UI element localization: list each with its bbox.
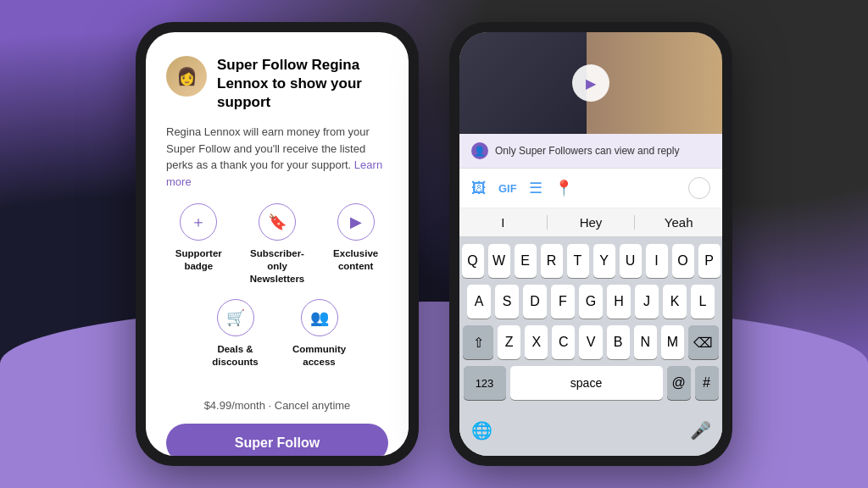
num-key[interactable]: 123: [464, 366, 506, 400]
compose-toolbar: 🖼 GIF ☰ 📍: [459, 169, 722, 208]
key-z[interactable]: Z: [498, 325, 520, 359]
key-o[interactable]: O: [672, 244, 694, 278]
deals-icon: 🛒: [217, 299, 254, 336]
key-row-2: A S D F G H J K L: [463, 285, 719, 319]
super-follow-button[interactable]: Super Follow: [166, 424, 388, 456]
avatar: 👩: [166, 56, 207, 97]
key-a[interactable]: A: [467, 285, 491, 319]
perk-exclusive: ▶ Exclusive content: [323, 203, 388, 286]
price-text: $4.99/month · Cancel anytime: [166, 399, 388, 412]
left-phone-screen: 👩 Super Follow Regina Lennox to show you…: [146, 32, 409, 456]
key-w[interactable]: W: [488, 244, 510, 278]
super-follow-title: Super Follow Regina Lennox to show your …: [217, 56, 388, 112]
delete-key[interactable]: ⌫: [688, 325, 719, 359]
keyboard-area: I Hey Yeah Q W E R T Y U: [459, 208, 722, 456]
community-icon: 👥: [301, 299, 338, 336]
perk-label-newsletters: Subscriber-only Newsletters: [245, 247, 310, 286]
video-area: ▶: [459, 32, 722, 134]
header-row: 👩 Super Follow Regina Lennox to show you…: [166, 56, 388, 112]
key-m[interactable]: M: [661, 325, 684, 359]
super-followers-text: Only Super Followers can view and reply: [495, 145, 679, 157]
super-followers-bar: 👤 Only Super Followers can view and repl…: [459, 134, 722, 169]
key-row-1: Q W E R T Y U I O P: [463, 244, 719, 278]
key-i[interactable]: I: [646, 244, 668, 278]
key-row-4: 123 space @ #: [463, 366, 719, 400]
space-key[interactable]: space: [510, 366, 663, 400]
mic-icon[interactable]: 🎤: [685, 415, 715, 446]
key-l[interactable]: L: [691, 285, 715, 319]
perk-label-community: Community access: [284, 343, 354, 369]
key-c[interactable]: C: [552, 325, 575, 359]
key-x[interactable]: X: [525, 325, 548, 359]
exclusive-icon: ▶: [337, 203, 375, 241]
perk-label-exclusive: Exclusive content: [323, 247, 388, 273]
key-g[interactable]: G: [579, 285, 603, 319]
suggestion-i[interactable]: I: [459, 215, 548, 230]
perk-label-deals: Deals & discounts: [200, 343, 270, 369]
keys-area: Q W E R T Y U I O P A: [459, 237, 722, 410]
globe-icon[interactable]: 🌐: [466, 415, 497, 446]
key-t[interactable]: T: [567, 244, 589, 278]
key-v[interactable]: V: [579, 325, 602, 359]
key-f[interactable]: F: [551, 285, 575, 319]
key-y[interactable]: Y: [593, 244, 615, 278]
key-b[interactable]: B: [607, 325, 630, 359]
perk-community: 👥 Community access: [284, 299, 354, 369]
perks-grid-bottom: 🛒 Deals & discounts 👥 Community access: [166, 299, 388, 369]
key-row-3: ⇧ Z X C V B N M ⌫: [463, 325, 719, 359]
image-icon[interactable]: 🖼: [471, 180, 487, 197]
super-follower-icon: 👤: [471, 142, 488, 159]
suggestions-row: I Hey Yeah: [459, 208, 722, 237]
key-e[interactable]: E: [515, 244, 537, 278]
suggestion-hey[interactable]: Hey: [548, 215, 636, 230]
description-text: Regina Lennox will earn money from your …: [166, 124, 388, 190]
header-text: Super Follow Regina Lennox to show your …: [217, 56, 388, 112]
suggestion-yeah[interactable]: Yeah: [635, 215, 722, 230]
left-phone: 👩 Super Follow Regina Lennox to show you…: [136, 22, 419, 466]
hash-key[interactable]: #: [695, 366, 719, 400]
list-icon[interactable]: ☰: [529, 179, 542, 197]
progress-circle: [688, 177, 710, 199]
keyboard-bottom-row: 🌐 🎤: [459, 410, 722, 452]
key-r[interactable]: R: [541, 244, 563, 278]
perk-supporter-badge: ＋ Supporter badge: [166, 203, 231, 286]
key-k[interactable]: K: [663, 285, 687, 319]
key-n[interactable]: N: [634, 325, 657, 359]
key-p[interactable]: P: [698, 244, 721, 278]
supporter-badge-icon: ＋: [180, 203, 217, 241]
perk-newsletters: 🔖 Subscriber-only Newsletters: [245, 203, 310, 286]
key-h[interactable]: H: [607, 285, 631, 319]
key-j[interactable]: J: [635, 285, 659, 319]
perk-label-supporter: Supporter badge: [166, 247, 231, 273]
play-button-icon[interactable]: ▶: [572, 64, 609, 102]
newsletters-icon: 🔖: [259, 203, 296, 241]
perks-grid-top: ＋ Supporter badge 🔖 Subscriber-only News…: [166, 203, 388, 286]
at-key[interactable]: @: [667, 366, 691, 400]
key-d[interactable]: D: [523, 285, 547, 319]
key-q[interactable]: Q: [462, 244, 484, 278]
right-phone: ▶ 👤 Only Super Followers can view and re…: [449, 22, 732, 466]
key-s[interactable]: S: [495, 285, 519, 319]
right-phone-screen: ▶ 👤 Only Super Followers can view and re…: [459, 32, 722, 456]
location-icon[interactable]: 📍: [554, 179, 573, 197]
gif-icon[interactable]: GIF: [498, 182, 517, 195]
perk-deals: 🛒 Deals & discounts: [200, 299, 270, 369]
phones-container: 👩 Super Follow Regina Lennox to show you…: [0, 0, 868, 488]
key-u[interactable]: U: [620, 244, 642, 278]
shift-key[interactable]: ⇧: [463, 325, 493, 359]
